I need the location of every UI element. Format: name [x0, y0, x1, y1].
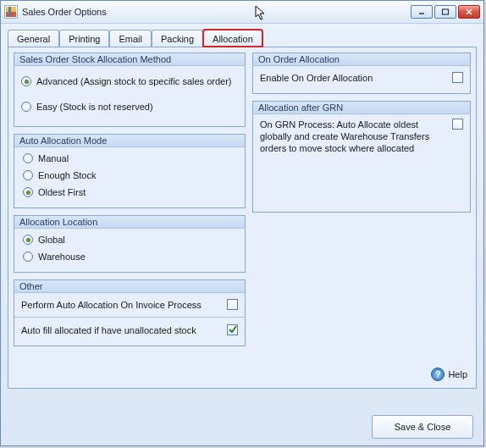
separator [14, 317, 245, 318]
group-title: On Order Allocation [252, 53, 471, 66]
maximize-button[interactable] [434, 5, 456, 19]
group-title: Allocation Location [14, 215, 246, 229]
group-auto-allocation-mode: Auto Allocation Mode Manual Enough Stock… [14, 134, 246, 208]
help-link[interactable]: ? Help [431, 368, 467, 381]
radio-icon [23, 153, 33, 163]
group-title: Allocation after GRN [252, 101, 471, 114]
footer: Save & Close [372, 415, 473, 439]
tab-packing[interactable]: Packing [152, 30, 203, 47]
minimize-button[interactable] [411, 5, 433, 19]
group-other: Other Perform Auto Allocation On Invoice… [14, 279, 246, 346]
radio-label: Manual [38, 153, 69, 163]
tab-body-allocation: Sales Order Stock Allocation Method Adva… [8, 47, 477, 389]
option-label: Auto fill allocated if have unallocated … [21, 325, 196, 335]
radio-warehouse[interactable]: Warehouse [21, 248, 238, 265]
help-icon: ? [431, 368, 445, 381]
group-title: Sales Order Stock Allocation Method [14, 53, 246, 66]
save-close-button[interactable]: Save & Close [372, 415, 473, 439]
group-title: Auto Allocation Mode [14, 134, 246, 147]
tab-allocation[interactable]: Allocation [203, 30, 262, 47]
radio-enough-stock[interactable]: Enough Stock [21, 167, 238, 184]
radio-label: Warehouse [38, 252, 86, 262]
radio-icon [23, 235, 33, 245]
help-label: Help [448, 369, 467, 379]
app-icon [4, 5, 18, 19]
radio-icon [23, 187, 33, 197]
option-autofill-allocated[interactable]: Auto fill allocated if have unallocated … [21, 321, 238, 339]
tab-general[interactable]: General [8, 30, 59, 47]
radio-label: Easy (Stock is not reserved) [36, 102, 153, 112]
radio-manual[interactable]: Manual [21, 150, 238, 167]
titlebar[interactable]: Sales Order Options [1, 1, 483, 24]
window-title: Sales Order Options [22, 7, 107, 17]
radio-label: Oldest First [38, 187, 86, 197]
radio-advanced[interactable]: Advanced (Assign stock to specific sales… [21, 69, 238, 94]
option-invoice-process[interactable]: Perform Auto Allocation On Invoice Proce… [21, 296, 238, 313]
radio-label: Enough Stock [38, 170, 97, 180]
option-enable-on-order[interactable]: Enable On Order Allocation [260, 69, 463, 86]
checkbox-icon [452, 72, 463, 83]
sales-order-options-window: Sales Order Options General Printing Ema… [0, 0, 484, 446]
checkbox-icon [227, 324, 238, 335]
tab-printing[interactable]: Printing [59, 30, 109, 47]
option-label: Perform Auto Allocation On Invoice Proce… [21, 300, 202, 310]
radio-icon [23, 252, 33, 262]
option-grn-auto-allocate[interactable]: On GRN Process: Auto Allocate oldest glo… [260, 117, 463, 154]
radio-icon [21, 76, 31, 86]
tabstrip: General Printing Email Packing Allocatio… [8, 30, 477, 47]
checkbox-icon [227, 299, 238, 310]
radio-label: Global [38, 235, 65, 245]
svg-rect-4 [443, 9, 449, 14]
radio-easy[interactable]: Easy (Stock is not reserved) [21, 94, 238, 119]
radio-oldest-first[interactable]: Oldest First [21, 184, 238, 201]
group-stock-allocation-method: Sales Order Stock Allocation Method Adva… [14, 53, 246, 127]
radio-label: Advanced (Assign stock to specific sales… [36, 76, 232, 86]
radio-global[interactable]: Global [21, 231, 238, 248]
group-title: Other [14, 279, 246, 293]
option-label: On GRN Process: Auto Allocate oldest glo… [260, 119, 447, 154]
checkbox-icon [452, 119, 463, 130]
group-on-order-allocation: On Order Allocation Enable On Order Allo… [252, 53, 471, 94]
radio-icon [21, 102, 31, 112]
close-button[interactable] [458, 5, 480, 19]
group-allocation-location: Allocation Location Global Warehouse [14, 215, 246, 273]
content-area: General Printing Email Packing Allocatio… [8, 30, 477, 410]
tab-email[interactable]: Email [109, 30, 152, 47]
radio-icon [23, 170, 33, 180]
option-label: Enable On Order Allocation [260, 73, 373, 83]
group-allocation-after-grn: Allocation after GRN On GRN Process: Aut… [252, 101, 471, 213]
svg-rect-2 [8, 7, 11, 17]
